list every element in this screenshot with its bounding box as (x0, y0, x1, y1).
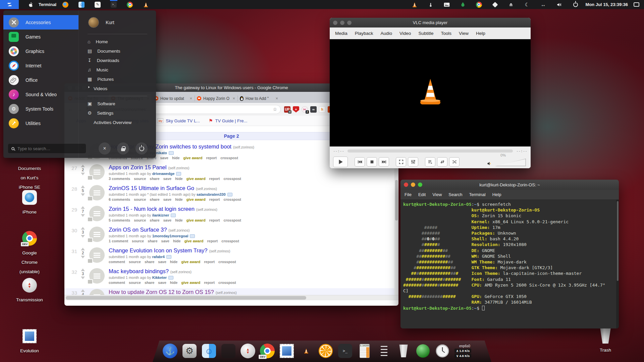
action-share[interactable]: share (150, 177, 159, 181)
action-report[interactable]: report (209, 177, 220, 181)
action-crosspost[interactable]: crosspost (218, 260, 236, 264)
terminal-output[interactable]: kurt@kurt-Dekstop-Zorin-OS:~$ screenfetc… (400, 200, 619, 328)
place-home[interactable]: ⌂Home (88, 37, 156, 46)
comments-link[interactable]: comment (109, 281, 125, 285)
volume-control[interactable]: 0% (487, 159, 526, 166)
tray-chrome-icon[interactable] (475, 0, 483, 9)
action-save[interactable]: save (158, 281, 166, 285)
post-author-link[interactable]: Kikketer (152, 276, 167, 280)
downvote-arrow[interactable] (81, 214, 85, 217)
downvote-arrow[interactable] (81, 173, 85, 175)
category-accessories[interactable]: Accessories (3, 15, 78, 29)
power-button[interactable] (136, 142, 148, 155)
post-domain[interactable]: (self.zorinos) (196, 187, 217, 191)
system-item-activities[interactable]: Activities Overview (88, 118, 156, 127)
next-button[interactable] (379, 157, 389, 167)
terminal-menu-terminal[interactable]: Terminal (469, 192, 486, 197)
terminal-icon[interactable]: >_ (109, 0, 118, 9)
terminal-scrollbar[interactable] (616, 200, 619, 328)
post-title-link[interactable]: ZorinOS 15 Ultimate in Surface Go (109, 185, 194, 191)
minimize-button[interactable] (411, 183, 415, 187)
comments-link[interactable]: 1 comment (109, 239, 128, 243)
action-crosspost[interactable]: crosspost (221, 239, 239, 243)
upvote-arrow[interactable] (81, 268, 85, 271)
downvote-arrow[interactable] (81, 277, 85, 279)
action-give-award[interactable]: give award (186, 218, 206, 222)
dock-item-dim-app[interactable] (221, 343, 236, 359)
desktop-icon-transmission[interactable]: ▲▼Transmission (9, 278, 50, 305)
extension-icon[interactable]: + (293, 106, 299, 113)
focused-app-name[interactable]: Terminal (39, 2, 56, 7)
post-domain[interactable]: (self.zorinos) (209, 249, 230, 253)
user-row[interactable]: Kurt (88, 17, 156, 28)
action-report[interactable]: report (207, 239, 218, 243)
horizontal-scrollbar[interactable] (64, 295, 398, 300)
post-domain[interactable]: (self.zorinos) (168, 228, 190, 232)
action-crosspost[interactable]: crosspost (223, 177, 241, 181)
vlc-titlebar[interactable]: VLC media player (330, 18, 531, 27)
tray-thermometer-icon[interactable] (426, 0, 435, 9)
tray-green-drop-icon[interactable] (459, 0, 467, 9)
dock-item-terminal-dark[interactable]: >_ (338, 343, 353, 359)
post-domain[interactable]: (self.zorinos) (170, 270, 192, 274)
action-report[interactable]: report (204, 260, 215, 264)
post-domain[interactable]: (self.zorinos) (233, 145, 254, 149)
vlc-menu-view[interactable]: View (459, 31, 469, 36)
upvote-arrow[interactable] (81, 248, 85, 250)
place-downloads[interactable]: ↧Downloads (88, 56, 156, 65)
dock-item-calculator[interactable]: 3.141592 (357, 343, 372, 359)
place-documents[interactable]: ▤Documents (88, 46, 156, 56)
post-author-link[interactable]: driveawedge (152, 172, 175, 176)
action-report[interactable]: report (206, 156, 217, 160)
terminal-menu-view[interactable]: View (432, 192, 442, 197)
browser-tab[interactable]: Happy Zorin O× (195, 94, 237, 103)
apple-icon[interactable] (28, 2, 33, 7)
tab-close-icon[interactable]: × (232, 96, 235, 101)
comments-link[interactable]: comment (109, 260, 125, 264)
action-hide[interactable]: hide (175, 177, 183, 181)
action-hide[interactable]: hide (173, 239, 181, 243)
terminal-titlebar[interactable]: kurt@kurt-Dekstop-Zorin-OS: ~ (400, 180, 619, 190)
search-box[interactable] (8, 144, 86, 153)
desktop-icon-documents[interactable]: Documentson Kurt'siPhone SE (9, 164, 50, 192)
extension-icon[interactable]: ∞ (310, 106, 317, 113)
category-system-tools[interactable]: ⚙System Tools (3, 102, 78, 116)
action-report[interactable]: report (209, 218, 220, 222)
vlc-menu-audio[interactable]: Audio (381, 31, 392, 36)
action-hide[interactable]: hide (170, 260, 178, 264)
action-report[interactable]: report (209, 197, 220, 201)
post-thumbnail[interactable] (89, 268, 105, 284)
vlc-menu-tools[interactable]: Tools (441, 31, 451, 36)
action-source[interactable]: source (132, 239, 144, 243)
downvote-arrow[interactable] (81, 235, 85, 238)
dock-item-evolution[interactable] (279, 343, 294, 359)
browser-tab[interactable]: How to updat× (152, 94, 195, 103)
tray-link-arrows-icon[interactable]: ↔ (539, 0, 548, 9)
action-source[interactable]: source (129, 281, 141, 285)
tray-dropbox-icon[interactable] (491, 0, 499, 9)
tray-power-icon[interactable] (571, 0, 580, 9)
fullscreen-button[interactable] (396, 157, 406, 167)
playlist-button[interactable] (425, 157, 435, 167)
dock-item-window-list[interactable] (377, 343, 391, 359)
post-author-link[interactable]: 1moreday1moregoal (152, 234, 189, 238)
action-hide[interactable]: hide (175, 197, 183, 201)
adjust-button[interactable] (408, 157, 418, 167)
browser-tab[interactable]: How to Add "× (237, 94, 280, 103)
bookmark-item[interactable]: ⚑TV Guide | Fre... (209, 118, 247, 123)
category-office[interactable]: Office (3, 73, 78, 87)
post-thumbnail[interactable] (89, 227, 105, 242)
dock-item-clementine[interactable] (318, 343, 333, 359)
close-button[interactable] (404, 183, 408, 187)
tray-photo-icon[interactable] (442, 0, 451, 9)
extension-icon[interactable]: h (319, 106, 325, 113)
dock-item-anchor[interactable]: ⚓ (163, 343, 177, 359)
post-domain[interactable]: (self.zorinos) (216, 291, 237, 295)
post-thumbnail[interactable] (89, 206, 105, 221)
downvote-arrow[interactable] (81, 256, 85, 258)
category-graphics[interactable]: Graphics (3, 44, 78, 58)
vlc-menu-subtitle[interactable]: Subtitle (418, 31, 433, 36)
action-give-award[interactable]: give award (184, 239, 204, 243)
action-give-award[interactable]: give award (186, 197, 206, 201)
category-sound-video[interactable]: ♪Sound & Video (3, 87, 78, 102)
